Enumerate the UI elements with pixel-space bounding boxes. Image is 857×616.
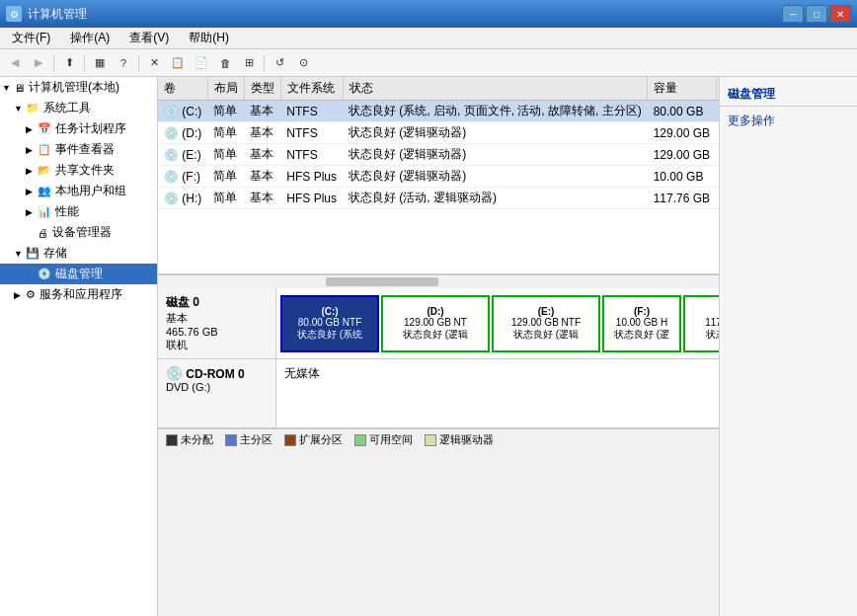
partition-status: 状态良好 (逻	[614, 328, 669, 342]
partition-block[interactable]: (F:)10.00 GB H状态良好 (逻	[602, 295, 681, 352]
legend-item: 扩展分区	[284, 432, 343, 447]
table-row[interactable]: 💿 (H:) 简单 基本 HFS Plus 状态良好 (活动, 逻辑驱动器) 1…	[158, 188, 719, 209]
partition-status: 状态良好 (系统	[297, 328, 362, 342]
cell-layout: 简单	[207, 188, 244, 209]
cut-button[interactable]: ✕	[143, 52, 165, 74]
partition-block[interactable]: (E:)129.00 GB NTF状态良好 (逻辑	[492, 295, 600, 352]
more-actions-link[interactable]: 更多操作	[720, 111, 857, 131]
partition-block[interactable]: (H:)117.76 GB HFS状态良好 (活动)	[683, 295, 719, 352]
partition-block[interactable]: (D:)129.00 GB NT状态良好 (逻辑	[381, 295, 490, 352]
disk-table-area[interactable]: 卷 布局 类型 文件系统 状态 容量 可用 操作 💿 (C:) 简单 基本 NT…	[158, 77, 719, 274]
col-vol[interactable]: 卷	[158, 77, 207, 101]
menu-file[interactable]: 文件(F)	[4, 28, 58, 48]
disk-icon: 💿	[164, 126, 179, 140]
shared-icon: 📂	[38, 164, 51, 177]
cdrom0-row: 💿 CD-ROM 0 DVD (G:) 无媒体	[158, 359, 719, 428]
table-row[interactable]: 💿 (F:) 简单 基本 HFS Plus 状态良好 (逻辑驱动器) 10.00…	[158, 166, 719, 188]
disk-mgmt-icon: 💿	[38, 268, 51, 280]
partition-size: 129.00 GB NT	[404, 317, 467, 328]
app-icon: ⚙	[6, 6, 22, 22]
services-arrow: ▶	[14, 290, 24, 300]
tree-system-tools[interactable]: ▼ 📁 系统工具	[0, 98, 157, 118]
disk-table-body: 💿 (C:) 简单 基本 NTFS 状态良好 (系统, 启动, 页面文件, 活动…	[158, 101, 719, 209]
cell-capacity: 80.00 GB	[648, 101, 716, 122]
disk0-status: 联机	[166, 338, 268, 352]
tree-shared-folders[interactable]: ▶ 📂 共享文件夹	[0, 160, 157, 181]
partition-block[interactable]: (C:)80.00 GB NTF状态良好 (系统	[280, 295, 379, 352]
show-hide-button[interactable]: ▦	[89, 52, 111, 74]
tree-local-users-label: 本地用户和组	[55, 183, 126, 199]
menu-view[interactable]: 查看(V)	[121, 28, 177, 48]
minimize-button[interactable]: ─	[782, 5, 804, 23]
cell-status: 状态良好 (活动, 逻辑驱动器)	[343, 188, 648, 209]
title-bar: ⚙ 计算机管理 ─ □ ✕	[0, 0, 857, 28]
tree-device-manager[interactable]: 🖨 设备管理器	[0, 222, 157, 243]
table-row[interactable]: 💿 (C:) 简单 基本 NTFS 状态良好 (系统, 启动, 页面文件, 活动…	[158, 101, 719, 122]
disk0-row: 磁盘 0 基本 465.76 GB 联机 (C:)80.00 GB NTF状态良…	[158, 288, 719, 359]
legend-item: 未分配	[166, 432, 213, 447]
col-layout[interactable]: 布局	[207, 77, 244, 101]
copy-button[interactable]: 📋	[167, 52, 189, 74]
cell-layout: 简单	[207, 122, 244, 144]
paste-button[interactable]: 📄	[191, 52, 212, 74]
forward-button[interactable]: ▶	[28, 52, 49, 74]
tree-storage[interactable]: ▼ 💾 存储	[0, 243, 157, 264]
maximize-button[interactable]: □	[806, 5, 827, 23]
cell-vol: 💿 (E:)	[158, 144, 207, 166]
disk0-info: 磁盘 0 基本 465.76 GB 联机	[158, 288, 276, 358]
disk-icon: 💿	[164, 192, 179, 205]
shared-folders-arrow: ▶	[26, 166, 36, 176]
tree-task-scheduler[interactable]: ▶ 📅 任务计划程序	[0, 118, 157, 139]
refresh-button[interactable]: ↺	[269, 52, 290, 74]
properties-button[interactable]: ⊞	[238, 52, 260, 74]
toolbar: ◀ ▶ ⬆ ▦ ? ✕ 📋 📄 🗑 ⊞ ↺ ⊙	[0, 49, 857, 77]
horizontal-scrollbar[interactable]	[158, 274, 719, 288]
tree-shared-folders-label: 共享文件夹	[55, 162, 115, 179]
tree-root[interactable]: ▼ 🖥 计算机管理(本地)	[0, 77, 157, 98]
help-button[interactable]: ?	[113, 52, 134, 74]
legend-bar: 未分配主分区扩展分区可用空间逻辑驱动器	[158, 428, 719, 450]
scrollbar-thumb[interactable]	[326, 277, 438, 286]
separator-2	[84, 54, 85, 72]
col-fs[interactable]: 文件系统	[280, 77, 343, 101]
col-capacity[interactable]: 容量	[648, 77, 716, 101]
legend-label: 逻辑驱动器	[439, 432, 494, 447]
tree-event-viewer-label: 事件查看器	[55, 141, 115, 158]
tree-event-viewer[interactable]: ▶ 📋 事件查看器	[0, 139, 157, 160]
tree-performance[interactable]: ▶ 📊 性能	[0, 201, 157, 222]
tree-performance-label: 性能	[55, 203, 79, 220]
cdrom0-name: 💿 CD-ROM 0	[166, 365, 268, 381]
legend-label: 未分配	[181, 432, 213, 447]
legend-label: 可用空间	[369, 432, 413, 447]
col-type[interactable]: 类型	[244, 77, 280, 101]
tree-services[interactable]: ▶ ⚙ 服务和应用程序	[0, 284, 157, 305]
tree-local-users[interactable]: ▶ 👥 本地用户和组	[0, 181, 157, 201]
disk-icon: 💿	[164, 105, 179, 118]
back-button[interactable]: ◀	[4, 52, 26, 74]
disk-visual-area: 磁盘 0 基本 465.76 GB 联机 (C:)80.00 GB NTF状态良…	[158, 288, 719, 428]
cell-status: 状态良好 (逻辑驱动器)	[343, 122, 648, 144]
export-button[interactable]: ⊙	[292, 52, 314, 74]
system-tools-arrow: ▼	[14, 104, 24, 114]
close-button[interactable]: ✕	[829, 5, 851, 23]
services-icon: ⚙	[26, 288, 36, 301]
performance-icon: 📊	[38, 205, 51, 218]
table-row[interactable]: 💿 (E:) 简单 基本 NTFS 状态良好 (逻辑驱动器) 129.00 GB…	[158, 144, 719, 166]
partition-status: 状态良好 (逻辑	[403, 328, 468, 342]
tree-disk-management[interactable]: 💿 磁盘管理	[0, 264, 157, 284]
cell-fs: NTFS	[280, 144, 343, 166]
cell-capacity: 129.00 GB	[648, 122, 716, 144]
separator-4	[264, 54, 265, 72]
tree-root-label: 计算机管理(本地)	[29, 79, 119, 96]
up-button[interactable]: ⬆	[58, 52, 80, 74]
table-row[interactable]: 💿 (D:) 简单 基本 NTFS 状态良好 (逻辑驱动器) 129.00 GB…	[158, 122, 719, 144]
cell-type: 基本	[244, 166, 280, 188]
col-status[interactable]: 状态	[343, 77, 648, 101]
menu-help[interactable]: 帮助(H)	[181, 28, 237, 48]
partition-size: 10.00 GB H	[616, 317, 667, 328]
table-header-row: 卷 布局 类型 文件系统 状态 容量 可用 操作	[158, 77, 719, 101]
disk0-name: 磁盘 0	[166, 294, 268, 311]
menu-action[interactable]: 操作(A)	[62, 28, 117, 48]
delete-button[interactable]: 🗑	[214, 52, 236, 74]
cell-layout: 简单	[207, 144, 244, 166]
